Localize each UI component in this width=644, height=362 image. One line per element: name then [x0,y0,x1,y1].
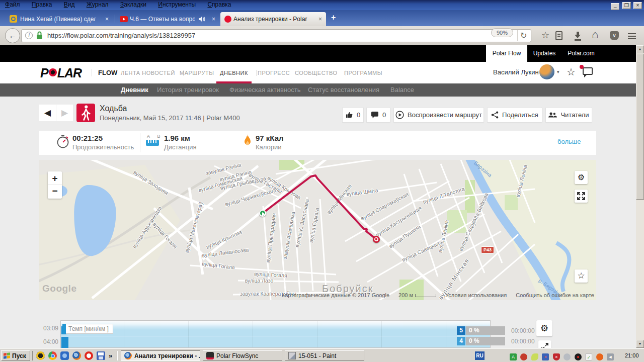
topbar-tab-polar-com[interactable]: Polar.com [566,45,597,62]
google-logo[interactable]: Google [42,283,76,294]
browser-scrollbar[interactable]: ▲ ▼ [636,45,644,348]
new-tab-button[interactable]: + [331,13,336,22]
subnav-diary[interactable]: Дневник [121,86,148,94]
zoom-indicator[interactable]: 90% [491,28,513,37]
language-indicator[interactable]: RU [475,351,485,360]
nav-routes[interactable]: МАРШРУТЫ [180,70,222,76]
opera-tray-icon[interactable]: ● [575,353,582,360]
browser-tab-2[interactable]: Ч.6 — Ответы на вопро... × [117,12,218,26]
polar-logo[interactable]: PLAR [40,66,82,80]
favorite-star-icon[interactable]: ☆ [567,66,576,78]
site-info-icon[interactable]: i [25,32,33,39]
avatar[interactable] [539,64,554,79]
chrome-icon[interactable] [48,351,57,360]
close-button[interactable]: × [633,2,642,9]
subnav-history[interactable]: История тренировок [157,86,219,94]
user-name[interactable]: Василий Лукин [493,68,539,76]
menu-edit[interactable]: Правка [32,1,52,8]
nav-community[interactable]: СООБЩЕСТВО [295,70,346,76]
chart-settings-gear-icon[interactable]: ⚙ [536,320,552,336]
antivirus-icon[interactable]: A [510,353,517,360]
next-session-button[interactable]: ▶ [56,105,73,121]
nav-diary[interactable]: ДНЕВНИК [220,70,257,76]
route-end-marker[interactable] [373,236,380,243]
menu-view[interactable]: Вид [64,1,75,8]
chart-expand-icon[interactable] [538,340,551,348]
bug-tray-icon[interactable] [520,353,527,360]
pocket-icon[interactable]: ∨ [610,31,619,40]
menu-bookmarks[interactable]: Закладки [120,1,146,8]
webcam-tray-icon[interactable] [564,353,571,360]
start-button[interactable]: Пуск [1,350,30,361]
topbar-tab-polar-flow[interactable]: Polar Flow [486,45,527,62]
scrollbar-thumb[interactable] [636,54,644,200]
map-settings-gear-icon[interactable]: ⚙ [575,171,588,184]
prev-session-button[interactable]: ◀ [39,105,56,121]
menu-help[interactable]: Справка [207,1,231,8]
chevron-down-icon[interactable]: ▾ [557,69,559,74]
map-terms-link[interactable]: Условия использования [445,292,507,298]
lock-icon[interactable] [36,31,43,42]
restore-button[interactable]: ❐ [622,2,631,9]
volume-tray-icon[interactable]: ◄ [607,353,614,360]
like-button[interactable]: 0 [342,107,364,123]
tab-close-icon[interactable]: × [212,16,215,23]
map-zoom-in-button[interactable]: + [48,171,62,185]
firefox-icon[interactable] [72,351,81,360]
screen: Файл Правка Вид Журнал Закладки Инструме… [0,0,644,362]
browser-tab-active[interactable]: Анализ тренировки - Polar F... × [220,12,326,26]
blue-app-icon[interactable] [60,351,69,360]
scroll-down-icon[interactable]: ▼ [636,340,644,348]
scroll-up-icon[interactable]: ▲ [636,45,644,53]
hamburger-menu-icon[interactable] [628,32,636,41]
chart-legend[interactable]: Темп [мин/км ] [62,324,113,334]
avira-tray-icon[interactable] [596,353,603,360]
reload-icon[interactable]: ↻ [520,31,527,40]
nav-feed[interactable]: ЛЕНТА НОВОСТЕЙ [121,70,184,76]
messages-icon[interactable] [583,67,593,75]
map-report-link[interactable]: Сообщить об ошибке на карте [516,292,594,298]
share-button[interactable]: Поделиться [487,107,542,123]
route-start-marker[interactable] [259,210,266,217]
more-link[interactable]: больше [557,138,581,145]
browser-tab-1[interactable]: Нина Хегай (Пивнева) сдел... × [7,12,113,26]
network-error-icon[interactable]: × [542,353,549,360]
map-fullscreen-icon[interactable] [575,190,588,203]
home-icon[interactable]: ⌂ [592,28,598,41]
task-paint[interactable]: 15-051 - Paint [285,350,364,361]
map-favorite-star-icon[interactable]: ☆ [575,269,588,283]
daemon-tools-icon[interactable] [36,351,45,360]
route-map[interactable]: вуліца Заходняявуліца Арджанікідзэвуліца… [39,160,596,300]
replay-route-button[interactable]: Воспроизвести маршрут [393,107,484,123]
menu-file[interactable]: Файл [5,1,20,8]
library-icon[interactable] [555,31,562,40]
messenger-tray-icon[interactable] [531,353,538,360]
comment-button[interactable]: 0 [366,107,390,123]
tab-title: Ч.6 — Ответы на вопро... [130,16,195,23]
tab-close-icon[interactable]: × [318,16,322,23]
save-icon[interactable] [97,351,105,360]
subnav-activity[interactable]: Физическая активность [229,86,301,94]
topbar-tab-updates[interactable]: Updates [531,45,557,62]
security-shield-icon[interactable]: × [553,353,560,360]
subnav-recovery[interactable]: Статус восстановления [308,86,379,94]
task-flowsync[interactable]: Polar FlowSync [203,350,282,361]
readers-button[interactable]: Читатели [545,107,592,123]
nav-progress[interactable]: ПРОГРЕСС [258,70,298,76]
back-button[interactable]: ← [5,28,20,43]
map-zoom-out-button[interactable]: − [48,185,62,198]
pace-chart[interactable]: Темп [мин/км ] [60,320,491,348]
mail-tray-icon[interactable]: ✓ [585,353,592,360]
nav-programs[interactable]: ПРОГРАММЫ [344,70,390,76]
opera-icon[interactable] [85,351,93,360]
minimize-button[interactable]: _ [611,3,619,10]
menu-tools[interactable]: Инструменты [158,1,196,8]
tab-close-icon[interactable]: × [105,16,109,23]
subnav-balance[interactable]: Balance [390,86,414,94]
url-text[interactable]: https://flow.polar.com/training/analysis… [47,32,195,39]
quicklaunch-overflow-chevron[interactable]: » [109,352,112,359]
task-firefox[interactable]: Анализ тренировки - ... [121,350,200,361]
menu-history[interactable]: Журнал [87,1,109,8]
bookmark-star-icon[interactable]: ☆ [541,30,549,41]
tab-audio-icon[interactable] [199,16,205,24]
